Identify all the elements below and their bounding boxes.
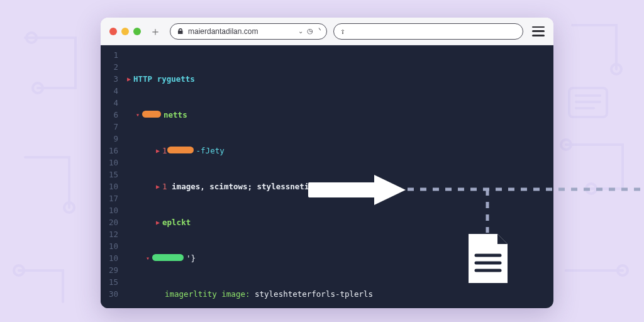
address-bar[interactable]: 🔒︎ maierdantadilan.com ⌄ ◷ ⸌: [170, 23, 327, 40]
lock-icon: 🔒︎: [177, 27, 184, 36]
close-icon[interactable]: [109, 28, 117, 35]
action-icon[interactable]: ⸌: [317, 27, 320, 35]
share-icon[interactable]: ⇪: [340, 26, 345, 36]
line-number: 29: [101, 264, 123, 276]
line-number: 10: [101, 240, 123, 252]
svg-point-0: [26, 33, 36, 43]
svg-point-7: [618, 265, 628, 275]
line-number-gutter: 1234467916101510171020121010291530: [101, 45, 123, 308]
line-number: 1: [101, 49, 123, 61]
line-number: 2: [101, 61, 123, 73]
code-content: ▶HTTP ryguetts ▾netts ▶1-fJety ▶1 images…: [123, 45, 553, 308]
traffic-lights[interactable]: [109, 28, 141, 35]
line-number: 4: [101, 97, 123, 109]
line-number: 10: [101, 180, 123, 192]
svg-point-6: [561, 140, 571, 150]
history-icon[interactable]: ◷: [307, 27, 313, 35]
maximize-icon[interactable]: [133, 28, 141, 35]
line-number: 12: [101, 228, 123, 240]
browser-window: ＋ 🔒︎ maierdantadilan.com ⌄ ◷ ⸌ ⇪ 1234467…: [101, 18, 553, 308]
line-number: 3: [101, 73, 123, 85]
chevron-down-icon[interactable]: ⌄: [298, 28, 303, 35]
svg-point-1: [33, 83, 43, 93]
line-number: 10: [101, 157, 123, 169]
code-editor: 1234467916101510171020121010291530 ▶HTTP…: [101, 45, 553, 308]
svg-point-5: [586, 184, 596, 194]
svg-point-2: [64, 203, 74, 213]
line-number: 9: [101, 133, 123, 145]
line-number: 10: [101, 252, 123, 264]
line-number: 15: [101, 169, 123, 180]
share-bar[interactable]: ⇪: [333, 23, 523, 40]
new-tab-button[interactable]: ＋: [147, 24, 164, 39]
line-number: 20: [101, 216, 123, 228]
menu-icon[interactable]: [532, 26, 545, 36]
svg-point-3: [14, 265, 24, 275]
line-number: 15: [101, 276, 123, 288]
line-number: 30: [101, 288, 123, 300]
svg-point-4: [611, 64, 621, 74]
minimize-icon[interactable]: [121, 28, 129, 35]
line-number: 17: [101, 192, 123, 204]
line-number: 4: [101, 85, 123, 97]
svg-rect-8: [569, 88, 607, 117]
line-number: 7: [101, 121, 123, 133]
line-number: 6: [101, 109, 123, 121]
url-text: maierdantadilan.com: [188, 27, 294, 36]
line-number: 16: [101, 145, 123, 157]
browser-toolbar: ＋ 🔒︎ maierdantadilan.com ⌄ ◷ ⸌ ⇪: [101, 18, 553, 45]
line-number: 10: [101, 204, 123, 216]
